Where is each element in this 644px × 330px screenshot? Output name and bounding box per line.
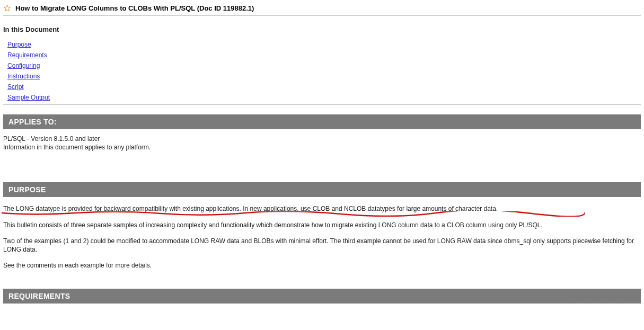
document-title: How to Migrate LONG Columns to CLOBs Wit…: [15, 4, 254, 12]
section-applies-to-title: APPLIES TO:: [3, 114, 641, 129]
toc-item: Script: [7, 83, 641, 91]
toc-item: Instructions: [7, 73, 641, 80]
toc-list: Purpose Requirements Configuring Instruc…: [3, 41, 641, 101]
toc-heading: In this Document: [3, 25, 641, 33]
toc-link-purpose[interactable]: Purpose: [7, 41, 31, 48]
title-row: How to Migrate LONG Columns to CLOBs Wit…: [3, 2, 641, 15]
toc-link-instructions[interactable]: Instructions: [7, 73, 40, 80]
divider: [3, 104, 641, 105]
applies-to-line2: Information in this document applies to …: [3, 144, 151, 151]
toc-item: Purpose: [7, 41, 641, 48]
purpose-paragraph-1-wrap: The LONG datatype is provided for backwa…: [3, 204, 641, 213]
purpose-paragraph-1: The LONG datatype is provided for backwa…: [3, 205, 498, 212]
toc-link-requirements[interactable]: Requirements: [7, 51, 47, 59]
toc-item: Configuring: [7, 62, 641, 69]
purpose-highlighted-sentence: The LONG datatype is provided for backwa…: [3, 204, 498, 213]
toc-link-configuring[interactable]: Configuring: [7, 62, 40, 69]
purpose-paragraph-3: Two of the examples (1 and 2) could be m…: [3, 237, 641, 254]
section-purpose-title: PURPOSE: [3, 182, 641, 197]
purpose-paragraph-4: See the comments in each example for mor…: [3, 261, 641, 270]
favorite-star-icon[interactable]: [3, 4, 11, 12]
toc-item: Sample Output: [7, 94, 641, 101]
applies-to-text: PL/SQL - Version 8.1.5.0 and later Infor…: [3, 135, 641, 151]
toc-item: Requirements: [7, 51, 641, 59]
purpose-paragraph-2: This bulletin consists of three separate…: [3, 221, 641, 229]
section-requirements-title: REQUIREMENTS: [3, 289, 641, 304]
toc-link-script[interactable]: Script: [7, 83, 24, 91]
applies-to-line1: PL/SQL - Version 8.1.5.0 and later: [3, 135, 100, 142]
toc-link-sample-output[interactable]: Sample Output: [7, 94, 50, 101]
divider: [3, 15, 641, 16]
